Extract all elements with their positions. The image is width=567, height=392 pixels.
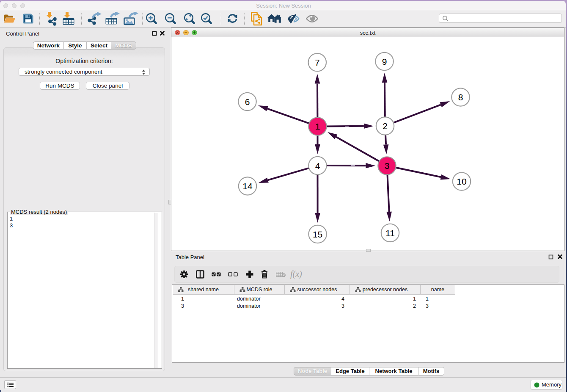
svg-text:4: 4: [315, 161, 320, 171]
svg-text:6: 6: [245, 97, 250, 107]
svg-text:10: 10: [457, 177, 466, 186]
svg-text:8: 8: [458, 92, 463, 102]
svg-text:7: 7: [315, 58, 320, 67]
svg-text:15: 15: [313, 229, 322, 239]
svg-text:1: 1: [315, 121, 320, 131]
svg-text:2: 2: [383, 121, 388, 131]
svg-text:14: 14: [242, 181, 253, 191]
svg-text:11: 11: [385, 228, 395, 238]
svg-text:9: 9: [382, 57, 387, 66]
svg-text:3: 3: [385, 161, 390, 171]
